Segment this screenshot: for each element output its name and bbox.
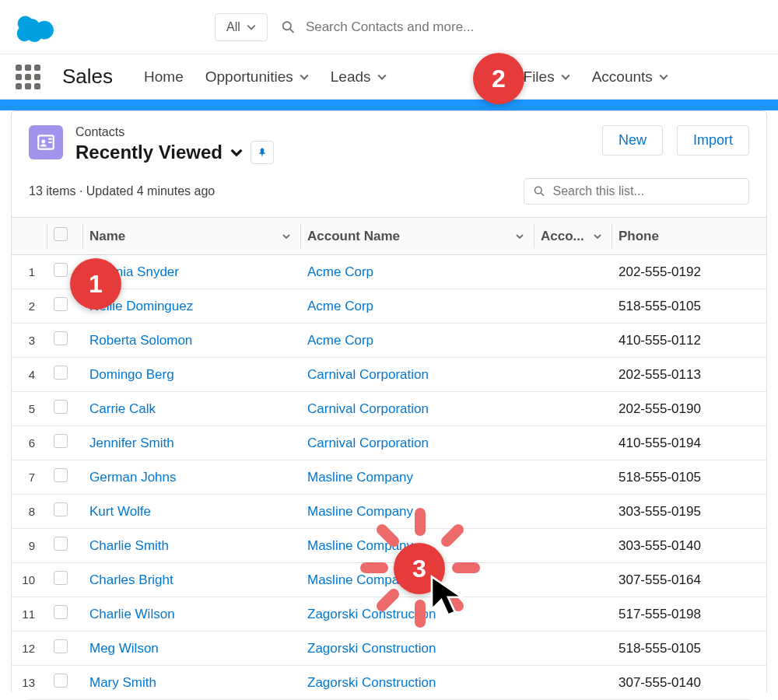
list-search[interactable] xyxy=(524,178,749,205)
contact-name-link[interactable]: Mary Smith xyxy=(83,666,301,700)
list-view-switcher[interactable]: Recently Viewed xyxy=(75,141,274,164)
row-checkbox[interactable] xyxy=(54,366,68,380)
table-row[interactable]: 10Charles BrightMasline Company307-555-0… xyxy=(12,563,766,597)
table-row[interactable]: 12Meg WilsonZagorski Construction518-555… xyxy=(12,632,766,666)
col-acco[interactable]: Acco... xyxy=(534,218,612,255)
search-scope-dropdown[interactable]: All xyxy=(215,13,268,41)
nav-leads[interactable]: Leads xyxy=(331,68,387,86)
acco-cell xyxy=(534,358,612,392)
row-checkbox-cell[interactable] xyxy=(47,426,83,460)
account-name-link[interactable]: Carnival Corporation xyxy=(301,392,534,426)
object-label: Contacts xyxy=(75,125,274,139)
acco-cell xyxy=(534,666,612,700)
table-row[interactable]: 9Charlie SmithMasline Company303-555-014… xyxy=(12,529,766,563)
acco-cell xyxy=(534,289,612,324)
row-checkbox-cell[interactable] xyxy=(47,529,83,563)
contact-name-link[interactable]: Carrie Calk xyxy=(83,392,301,426)
global-search[interactable] xyxy=(282,14,762,40)
table-row[interactable]: 5Carrie CalkCarnival Corporation202-555-… xyxy=(12,392,766,426)
row-number: 5 xyxy=(12,392,47,426)
account-name-link[interactable]: Acme Corp xyxy=(301,324,534,358)
contact-name-link[interactable]: Roberta Solomon xyxy=(83,324,301,358)
account-name-link[interactable]: Carnival Corporation xyxy=(301,358,534,392)
list-search-input[interactable] xyxy=(553,184,739,198)
row-checkbox-cell[interactable] xyxy=(47,563,83,597)
acco-cell xyxy=(534,495,612,529)
select-all-checkbox[interactable] xyxy=(54,227,68,241)
row-checkbox[interactable] xyxy=(54,263,68,277)
pin-list-button[interactable] xyxy=(251,141,274,164)
svg-point-6 xyxy=(534,187,541,194)
table-row[interactable]: 8Kurt WolfeMasline Company303-555-0195 xyxy=(12,495,766,529)
account-name-link[interactable]: Carnival Corporation xyxy=(301,426,534,460)
contact-name-link[interactable]: Jennifer Smith xyxy=(83,426,301,460)
import-button[interactable]: Import xyxy=(677,125,749,156)
nav-accounts[interactable]: Accounts xyxy=(592,68,668,86)
row-checkbox-cell[interactable] xyxy=(47,597,83,632)
row-checkbox-cell[interactable] xyxy=(47,495,83,529)
col-phone[interactable]: Phone xyxy=(612,218,766,255)
acco-cell xyxy=(534,426,612,460)
account-name-link[interactable]: Zagorski Construction xyxy=(301,666,534,700)
acco-cell xyxy=(534,563,612,597)
nav-files[interactable]: Files xyxy=(524,68,570,86)
row-checkbox[interactable] xyxy=(54,674,68,688)
row-checkbox-cell[interactable] xyxy=(47,392,83,426)
row-checkbox[interactable] xyxy=(54,297,68,311)
global-header: All xyxy=(0,0,778,54)
table-row[interactable]: 3Roberta SolomonAcme Corp410-555-0112 xyxy=(12,324,766,358)
contact-name-link[interactable]: Kurt Wolfe xyxy=(83,495,301,529)
table-row[interactable]: 7German JohnsMasline Company518-555-0105 xyxy=(12,460,766,495)
phone-cell: 202-555-0113 xyxy=(612,358,766,392)
contact-name-link[interactable]: Domingo Berg xyxy=(83,358,301,392)
row-checkbox[interactable] xyxy=(54,434,68,448)
account-name-link[interactable]: Acme Corp xyxy=(301,289,534,324)
row-checkbox[interactable] xyxy=(54,639,68,653)
account-name-link[interactable]: Acme Corp xyxy=(301,255,534,289)
contact-name-link[interactable]: Meg Wilson xyxy=(83,632,301,666)
row-checkbox[interactable] xyxy=(54,537,68,551)
app-launcher-icon[interactable] xyxy=(16,65,40,89)
row-checkbox[interactable] xyxy=(54,331,68,345)
table-row[interactable]: 1Virginia SnyderAcme Corp202-555-0192 xyxy=(12,255,766,289)
row-checkbox[interactable] xyxy=(54,571,68,585)
row-checkbox[interactable] xyxy=(54,502,68,516)
contacts-table: Name Account Name Acco... Phone 1Virgini… xyxy=(12,217,766,700)
col-select-all[interactable] xyxy=(47,218,83,255)
table-row[interactable]: 2Nellie DominguezAcme Corp518-555-0105 xyxy=(12,289,766,324)
table-row[interactable]: 11Charlie WilsonZagorski Construction517… xyxy=(12,597,766,632)
row-checkbox[interactable] xyxy=(54,605,68,619)
contact-name-link[interactable]: Charlie Wilson xyxy=(83,597,301,632)
nav-home[interactable]: Home xyxy=(144,68,184,86)
account-name-link[interactable]: Zagorski Construction xyxy=(301,597,534,632)
acco-cell xyxy=(534,529,612,563)
row-checkbox-cell[interactable] xyxy=(47,460,83,495)
row-checkbox-cell[interactable] xyxy=(47,324,83,358)
row-checkbox-cell[interactable] xyxy=(47,666,83,700)
contact-name-link[interactable]: Charles Bright xyxy=(83,563,301,597)
search-scope-label: All xyxy=(226,20,240,34)
row-checkbox[interactable] xyxy=(54,468,68,482)
new-button[interactable]: New xyxy=(602,125,663,156)
table-row[interactable]: 13Mary SmithZagorski Construction307-555… xyxy=(12,666,766,700)
table-row[interactable]: 6Jennifer SmithCarnival Corporation410-5… xyxy=(12,426,766,460)
contact-name-link[interactable]: Charlie Smith xyxy=(83,529,301,563)
col-account-name[interactable]: Account Name xyxy=(301,218,534,255)
contact-name-link[interactable]: German Johns xyxy=(83,460,301,495)
row-checkbox[interactable] xyxy=(54,400,68,414)
app-nav: Sales Home Opportunities Leads Files Acc… xyxy=(0,54,778,100)
global-search-input[interactable] xyxy=(306,19,762,35)
account-name-link[interactable]: Zagorski Construction xyxy=(301,632,534,666)
row-checkbox-cell[interactable] xyxy=(47,632,83,666)
acco-cell xyxy=(534,460,612,495)
phone-cell: 410-555-0112 xyxy=(612,324,766,358)
col-name[interactable]: Name xyxy=(83,218,301,255)
row-number: 6 xyxy=(12,426,47,460)
row-checkbox-cell[interactable] xyxy=(47,358,83,392)
account-name-link[interactable]: Masline Company xyxy=(301,460,534,495)
nav-opportunities[interactable]: Opportunities xyxy=(205,68,309,86)
table-row[interactable]: 4Domingo BergCarnival Corporation202-555… xyxy=(12,358,766,392)
row-number: 3 xyxy=(12,324,47,358)
account-name-link[interactable]: Masline Company xyxy=(301,495,534,529)
svg-point-0 xyxy=(282,22,290,30)
